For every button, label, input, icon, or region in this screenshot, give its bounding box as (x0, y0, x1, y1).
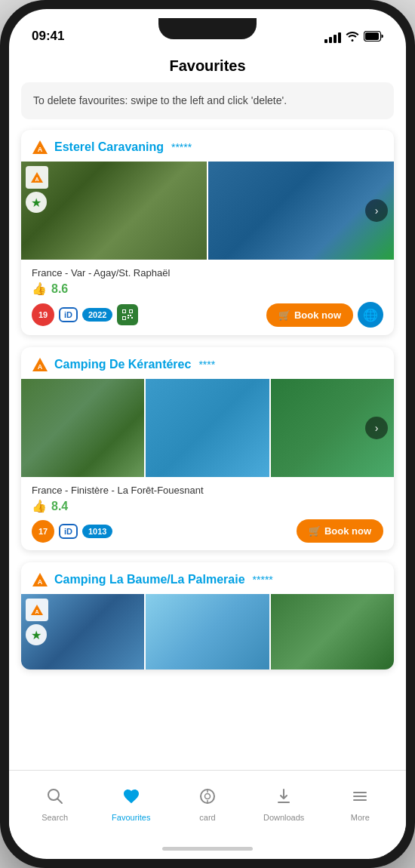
wifi-icon (346, 31, 359, 44)
home-bar (162, 847, 253, 851)
page-header: Favourites (9, 48, 406, 82)
status-icons (324, 31, 383, 44)
home-indicator (9, 838, 406, 859)
svg-rect-12 (128, 315, 129, 316)
svg-rect-10 (130, 310, 132, 312)
badges-row-1: 19 iD 2022 (32, 302, 383, 328)
svg-text:A: A (38, 578, 43, 586)
campsite-name-3: Camping La Baume/La Palmeraie (54, 573, 245, 586)
card-header-1: A Esterel Caravaning ***** (21, 130, 394, 162)
svg-rect-14 (128, 317, 129, 319)
campsite-name-2: Camping De Kérantérec (54, 358, 191, 371)
battery-icon (364, 31, 383, 44)
card-info-1: France - Var - Agay/St. Raphaël 👍 8.6 19… (21, 260, 394, 335)
acsi-logo-icon-2: A (32, 356, 48, 373)
badge-number-19: 19 (32, 303, 54, 326)
nav-item-more[interactable]: More (337, 787, 383, 822)
content-area[interactable]: To delete favourites: swipe to the left … (9, 82, 406, 770)
badges-left-2: 17 iD 1013 (32, 520, 112, 543)
thumb-up-icon-2: 👍 (32, 499, 47, 513)
location-2: France - Finistère - La Forêt-Fouesnant (32, 485, 383, 496)
badge-number-17: 17 (32, 520, 54, 543)
globe-button-1[interactable]: 🌐 (358, 302, 383, 328)
info-box: To delete favourites: swipe to the left … (21, 82, 394, 119)
location-1: France - Var - Agay/St. Raphaël (32, 267, 383, 279)
campsite-stars-1: ***** (171, 141, 192, 153)
acsi-logo-icon-1: A (32, 139, 48, 155)
campsite-card-3: A Camping La Baume/La Palmeraie ***** A (21, 562, 394, 669)
tent-icon-3: A (26, 599, 48, 621)
image-carousel-3[interactable]: A ★ (21, 594, 394, 669)
image-carousel-2[interactable]: › (21, 379, 394, 477)
carousel-images-3: A ★ (21, 594, 394, 669)
badge-year-1013: 1013 (82, 525, 112, 538)
phone-frame: 09:41 (0, 0, 415, 868)
rating-score-2: 8.4 (51, 500, 68, 513)
book-now-button-1[interactable]: 🛒 Book now (266, 303, 353, 327)
book-now-button-2[interactable]: 🛒 Book now (297, 519, 383, 543)
star-badge-1: ★ (26, 192, 47, 213)
camp3-image-3 (269, 594, 394, 669)
rating-row-2: 👍 8.4 (32, 499, 383, 513)
campsite-name-1: Esterel Caravaning (54, 140, 164, 154)
nav-label-more: More (351, 813, 370, 822)
cart-icon-2: 🛒 (309, 525, 321, 537)
thumb-up-icon-1: 👍 (32, 282, 47, 296)
nav-label-downloads: Downloads (263, 813, 304, 822)
svg-text:A: A (35, 609, 38, 614)
search-nav-icon (46, 787, 64, 810)
carousel-images-2: › (21, 379, 394, 477)
badge-id-2: iD (59, 524, 78, 539)
badges-left-1: 19 iD 2022 (32, 303, 138, 326)
card-nav-icon (198, 787, 217, 810)
camp2-image-1 (21, 379, 144, 477)
notch (158, 18, 257, 39)
svg-line-23 (57, 799, 62, 803)
cart-icon-1: 🛒 (278, 309, 290, 321)
camp2-image-2 (144, 379, 269, 477)
nav-item-downloads[interactable]: Downloads (261, 787, 306, 822)
carousel-images-1: A ★ › (21, 162, 394, 260)
svg-rect-9 (123, 310, 125, 312)
rating-row-1: 👍 8.6 (32, 282, 383, 296)
camp1-image-2: › (207, 162, 394, 260)
badges-row-2: 17 iD 1013 🛒 Book now (32, 519, 383, 543)
card-header-2: A Camping De Kérantérec **** (21, 347, 394, 379)
acsi-logo-icon-3: A (32, 571, 48, 588)
svg-text:A: A (38, 146, 43, 153)
status-time: 09:41 (32, 29, 64, 44)
nav-label-favourites: Favourites (112, 813, 150, 822)
download-nav-icon (275, 787, 293, 810)
svg-rect-1 (365, 32, 379, 40)
badge-qr-1 (117, 304, 138, 325)
badge-id-1: iD (59, 307, 78, 322)
svg-text:A: A (38, 363, 43, 371)
signal-bars-icon (324, 32, 341, 43)
nav-item-card[interactable]: card (185, 787, 230, 822)
campsite-stars-2: **** (198, 359, 215, 371)
tent-icon-1: A (26, 166, 48, 189)
svg-text:A: A (35, 177, 38, 182)
campsite-card-1: A Esterel Caravaning ***** A (21, 130, 394, 335)
carousel-next-1[interactable]: › (365, 199, 388, 222)
nav-item-favourites[interactable]: Favourites (109, 787, 154, 822)
action-buttons-1: 🛒 Book now 🌐 (266, 302, 383, 328)
action-buttons-2: 🛒 Book now (297, 519, 383, 543)
campsite-card-2: A Camping De Kérantérec **** › Fran (21, 347, 394, 550)
nav-item-search[interactable]: Search (32, 787, 78, 822)
card-header-3: A Camping La Baume/La Palmeraie ***** (21, 562, 394, 594)
camp1-image-1: A ★ (21, 162, 207, 260)
campsite-stars-3: ***** (253, 574, 273, 586)
heart-nav-icon (122, 787, 140, 810)
card-info-2: France - Finistère - La Forêt-Fouesnant … (21, 477, 394, 550)
image-carousel-1[interactable]: A ★ › (21, 162, 394, 260)
rating-score-1: 8.6 (51, 282, 68, 296)
camp2-image-3: › (269, 379, 394, 477)
more-nav-icon (351, 787, 369, 810)
nav-label-card: card (199, 813, 215, 822)
svg-rect-13 (130, 315, 131, 316)
carousel-next-2[interactable]: › (365, 417, 388, 439)
svg-rect-11 (123, 317, 125, 319)
bottom-nav: Search Favourites (9, 770, 406, 838)
camp3-image-2 (144, 594, 269, 669)
